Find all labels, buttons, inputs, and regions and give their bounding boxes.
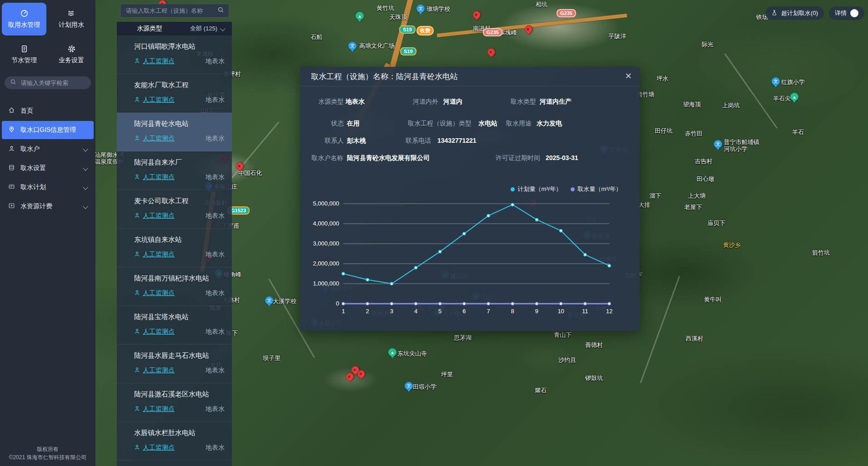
field-value: 2025-03-31 [546,154,578,161]
marker-glyph: ▲ [792,95,797,100]
monitor-point-link[interactable]: 人工监测点 [134,289,175,297]
person-icon [134,212,140,220]
tile-water-saving-management[interactable]: 节水管理 [2,38,46,71]
map-marker-green[interactable]: ▲ [356,12,364,20]
legend-item[interactable]: 取水量（m³/年） [571,185,622,193]
station-list-item[interactable]: 水唇镇水栏肚水电站 人工监测点 地表水 [117,422,232,461]
monitor-point-label: 人工监测点 [143,328,175,336]
water-source-type: 地表水 [206,96,225,104]
marker-glyph: ▲ [390,350,395,355]
station-list-item[interactable]: 友能水厂取水工程 人工监测点 地表水 [117,74,232,113]
monitor-point-link[interactable]: 人工监测点 [134,405,175,413]
menu-item-water-resource-billing[interactable]: 水资源计费 [2,197,94,215]
filter-label: 水源类型 [137,25,162,33]
tile-planned-water-use[interactable]: 计划用水 [49,3,94,35]
map-label: 天珠顶 [389,14,407,20]
station-list-item[interactable]: 麦卡公司取水工程 人工监测点 地表水 [117,190,232,229]
monitor-point-link[interactable]: 人工监测点 [134,366,175,375]
intake-chart: 01,000,0002,000,0003,000,0004,000,0005,0… [309,196,627,318]
station-list-item[interactable]: 陆河县激石溪老区水电站 人工监测点 地表水 [117,383,232,422]
station-name: 陆河县青砼水电站 [134,120,225,128]
legend-item[interactable]: 计划量（m³/年） [511,185,562,193]
list-filter-header: 水源类型 全部 (125) [117,22,232,35]
map-marker-blue[interactable]: 文 [416,5,425,13]
monitor-point-link[interactable]: 人工监测点 [134,444,175,452]
detail-row: 取水户名称 陆河县青砼水电发展有限公司 许可证过期时间 2025-03-31 [300,154,640,164]
sidebar-search[interactable] [5,76,91,89]
menu-label: 首页 [20,107,33,115]
map-marker-blue[interactable]: 文 [714,140,722,148]
map-road-g235 [437,14,627,37]
monitor-point-label: 人工监测点 [143,366,175,375]
map-label: 高塘文化广场 [359,42,395,49]
monitor-point-link[interactable]: 人工监测点 [134,251,175,259]
road-shield: 收费 [416,26,434,35]
road-shield: S19 [399,25,416,34]
menu-label: 取水口GIS信息管理 [20,126,76,134]
station-name: 麦卡公司取水工程 [134,197,225,205]
detail-row: 状态 在用 取水工程（设施）类型 水电站 取水用途 水力发电 [300,120,640,130]
monitor-point-link[interactable]: 人工监测点 [134,57,175,65]
chevron-down-icon [220,26,225,31]
filter-dropdown[interactable]: 全部 (125) [190,25,225,33]
person-icon [134,367,140,374]
station-search[interactable] [120,4,229,18]
map-marker-pin[interactable] [471,9,482,20]
tile-label: 取用水管理 [8,21,40,29]
legend-label: 计划量（m³/年） [517,185,562,193]
copyright: 版权所有 ©2021 珠海市仁智科技有限公司 [0,445,95,461]
home-icon [8,107,15,115]
chevron-down-icon [83,204,88,209]
station-list-item[interactable]: 东坑镇自来水站 人工监测点 地表水 [117,229,232,267]
monitor-point-link[interactable]: 人工监测点 [134,173,175,181]
station-meta: 人工监测点 地表水 [134,251,225,259]
svg-text:7: 7 [487,308,490,315]
map-marker-pin[interactable] [486,46,497,57]
map-label: 石船 [311,34,322,40]
over-plan-intake-pill[interactable]: 超计划取水(0) [765,6,824,20]
field-value: 陆河县青砼水电发展有限公司 [347,154,430,162]
water-source-type: 地表水 [206,444,225,452]
person-icon [134,135,140,142]
map-label: 羊石尖 [773,95,791,102]
sidebar-search-input[interactable] [20,79,102,87]
modal-title: 取水工程（设施）名称：陆河县青砼水电站 [311,71,458,82]
map-marker-green[interactable]: ▲ [790,93,798,101]
menu-item-intake-settings[interactable]: 取水设置 [2,159,94,177]
map-marker-blue[interactable]: 文 [772,77,780,85]
monitor-point-link[interactable]: 人工监测点 [134,135,175,143]
station-list-item[interactable]: 陆河县南万镇杞洋水电站 人工监测点 地表水 [117,267,232,306]
svg-text:11: 11 [582,308,588,315]
field-value: 水力发电 [537,120,562,128]
field-label: 取水类型 [511,98,536,106]
menu-item-home[interactable]: 首页 [2,102,94,120]
detail-toggle-knob[interactable] [850,9,858,17]
station-list-item[interactable]: 陆河县青砼水电站 人工监测点 地表水 [117,113,232,151]
menu-item-intake-plan[interactable]: 取水计划 [2,178,94,196]
station-list-item[interactable]: 陆河县自来水厂 人工监测点 地表水 [117,151,232,190]
station-list-item[interactable]: 陆河县宝塔水电站 人工监测点 地表水 [117,306,232,345]
svg-text:4,000,000: 4,000,000 [313,220,339,227]
detail-toggle-pill[interactable]: 详情 [829,6,864,20]
search-icon[interactable] [217,6,224,15]
map-marker-blue[interactable]: 文 [405,382,413,390]
close-icon[interactable]: × [625,69,632,83]
map-marker-blue[interactable]: 文 [348,42,356,50]
database-icon [8,164,15,172]
tile-water-intake-management[interactable]: 取用水管理 [2,3,46,35]
station-search-input[interactable] [125,7,214,15]
monitor-point-link[interactable]: 人工监测点 [134,96,175,104]
menu-item-intake-gis-management[interactable]: 取水口GIS信息管理 [2,121,94,139]
map-label: 上岗坑 [722,102,740,109]
station-list-item[interactable]: 陆河县水唇走马石水电站 人工监测点 地表水 [117,345,232,383]
monitor-point-link[interactable]: 人工监测点 [134,328,175,336]
menu-label: 水资源计费 [20,202,52,210]
monitor-point-link[interactable]: 人工监测点 [134,212,175,220]
menu-item-water-users[interactable]: 取水户 [2,140,94,158]
tile-business-settings[interactable]: 业务设置 [49,38,94,71]
map-marker-blue[interactable]: 文 [265,296,273,305]
marker-glyph: 文 [716,141,720,147]
station-list-item[interactable]: 河口镇唱歌潭水电站 人工监测点 地表水 [117,35,232,74]
menu-label: 取水计划 [20,183,46,191]
map-marker-green[interactable]: ▲ [388,348,396,356]
